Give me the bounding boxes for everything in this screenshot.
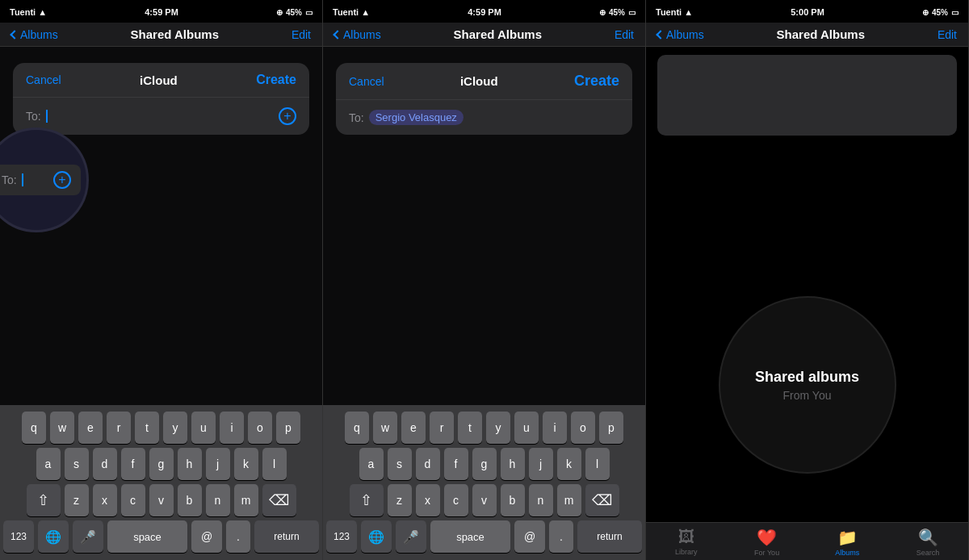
back-button-3[interactable]: Albums: [657, 28, 704, 41]
key-x-2[interactable]: x: [416, 484, 440, 516]
key-r-2[interactable]: r: [430, 412, 454, 444]
plus-button-1[interactable]: +: [279, 107, 296, 125]
key-l-2[interactable]: l: [585, 448, 610, 480]
key-y-1[interactable]: y: [163, 412, 187, 444]
back-button-2[interactable]: Albums: [334, 28, 381, 41]
key-h-1[interactable]: h: [178, 448, 202, 480]
key-d-2[interactable]: d: [416, 448, 440, 480]
key-p-2[interactable]: p: [599, 412, 623, 444]
key-n-2[interactable]: n: [529, 484, 553, 516]
key-q-1[interactable]: q: [22, 412, 46, 444]
key-mic-2[interactable]: 🎤: [396, 520, 426, 553]
key-b-1[interactable]: b: [178, 484, 202, 516]
cursor-1: [22, 173, 23, 186]
keyboard-1: q w e r t y u i o p a s d f g h j k l ⇧ …: [0, 405, 322, 560]
key-h-2[interactable]: h: [501, 448, 525, 480]
edit-button-2[interactable]: Edit: [615, 28, 634, 41]
key-b-2[interactable]: b: [501, 484, 525, 516]
key-mic-1[interactable]: 🎤: [73, 520, 103, 553]
key-c-2[interactable]: c: [444, 484, 468, 516]
key-dot-1[interactable]: .: [226, 520, 250, 553]
cancel-button-1[interactable]: Cancel: [26, 73, 61, 86]
key-p-1[interactable]: p: [276, 412, 300, 444]
cancel-button-2[interactable]: Cancel: [349, 75, 384, 88]
key-w-2[interactable]: w: [373, 412, 397, 444]
back-button-1[interactable]: Albums: [11, 28, 58, 41]
keyboard-row-bottom-1: 123 🌐 🎤 space @ . return: [3, 520, 319, 553]
battery-2: 45%: [609, 8, 625, 17]
key-d-1[interactable]: d: [93, 448, 117, 480]
key-m-1[interactable]: m: [234, 484, 258, 516]
key-return-2[interactable]: return: [577, 520, 642, 553]
key-v-2[interactable]: v: [472, 484, 497, 516]
key-shift-2[interactable]: ⇧: [350, 484, 384, 516]
key-a-1[interactable]: a: [36, 448, 61, 480]
key-shift-1[interactable]: ⇧: [27, 484, 61, 516]
key-j-1[interactable]: j: [206, 448, 230, 480]
key-w-1[interactable]: w: [50, 412, 74, 444]
shared-albums-title-3: Shared albums: [755, 369, 859, 386]
nav-bar-3: Albums Shared Albums Edit: [646, 23, 968, 47]
key-delete-1[interactable]: ⌫: [262, 484, 296, 516]
key-z-1[interactable]: z: [65, 484, 89, 516]
modal-body-1: To: +: [13, 98, 309, 135]
key-o-1[interactable]: o: [248, 412, 272, 444]
key-emoji-1[interactable]: 🌐: [38, 520, 69, 553]
key-m-2[interactable]: m: [557, 484, 581, 516]
key-l-1[interactable]: l: [262, 448, 287, 480]
status-right-3: ⊕ 45% ▭: [922, 8, 959, 17]
key-return-1[interactable]: return: [254, 520, 319, 553]
edit-button-3[interactable]: Edit: [938, 28, 957, 41]
create-button-1[interactable]: Create: [256, 73, 296, 87]
key-r-1[interactable]: r: [107, 412, 131, 444]
key-k-2[interactable]: k: [557, 448, 581, 480]
keyboard-row-q-1: q w e r t y u i o p: [3, 412, 319, 444]
tab-foryou-3[interactable]: ❤️ For You: [727, 528, 808, 557]
tab-search-3[interactable]: 🔍 Search: [887, 528, 968, 557]
key-e-2[interactable]: e: [401, 412, 426, 444]
key-space-2[interactable]: space: [430, 520, 510, 553]
key-o-2[interactable]: o: [571, 412, 595, 444]
key-i-1[interactable]: i: [220, 412, 244, 444]
key-t-1[interactable]: t: [135, 412, 159, 444]
to-label-circle: To:: [2, 173, 17, 186]
key-numbers-1[interactable]: 123: [3, 520, 34, 553]
key-f-1[interactable]: f: [121, 448, 145, 480]
key-space-1[interactable]: space: [107, 520, 187, 553]
key-j-2[interactable]: j: [529, 448, 553, 480]
key-numbers-2[interactable]: 123: [326, 520, 357, 553]
key-dot-2[interactable]: .: [549, 520, 573, 553]
key-t-2[interactable]: t: [458, 412, 482, 444]
key-q-2[interactable]: q: [345, 412, 369, 444]
key-f-2[interactable]: f: [444, 448, 468, 480]
key-at-2[interactable]: @: [514, 520, 545, 553]
tab-library-3[interactable]: 🖼 Library: [646, 528, 727, 557]
key-emoji-2[interactable]: 🌐: [361, 520, 392, 553]
tab-albums-3[interactable]: 📁 Albums: [808, 528, 888, 557]
key-z-2[interactable]: z: [388, 484, 412, 516]
circle-highlight-3: Shared albums From You: [719, 296, 896, 474]
key-k-1[interactable]: k: [234, 448, 258, 480]
key-y-2[interactable]: y: [486, 412, 510, 444]
wifi-icon-3: ▲: [684, 7, 693, 17]
plus-circle-1[interactable]: +: [53, 171, 71, 189]
edit-button-1[interactable]: Edit: [292, 28, 311, 41]
key-i-2[interactable]: i: [543, 412, 567, 444]
key-n-1[interactable]: n: [206, 484, 230, 516]
key-a-2[interactable]: a: [359, 448, 384, 480]
key-x-1[interactable]: x: [93, 484, 117, 516]
key-u-1[interactable]: u: [191, 412, 216, 444]
albums-icon-3: 📁: [837, 528, 858, 547]
key-c-1[interactable]: c: [121, 484, 145, 516]
key-g-1[interactable]: g: [149, 448, 174, 480]
key-at-1[interactable]: @: [191, 520, 222, 553]
library-label-3: Library: [675, 548, 698, 556]
key-u-2[interactable]: u: [514, 412, 539, 444]
create-button-2[interactable]: Create: [574, 73, 619, 90]
key-s-2[interactable]: s: [388, 448, 412, 480]
key-g-2[interactable]: g: [472, 448, 497, 480]
key-s-1[interactable]: s: [65, 448, 89, 480]
key-v-1[interactable]: v: [149, 484, 174, 516]
key-delete-2[interactable]: ⌫: [585, 484, 619, 516]
key-e-1[interactable]: e: [78, 412, 103, 444]
